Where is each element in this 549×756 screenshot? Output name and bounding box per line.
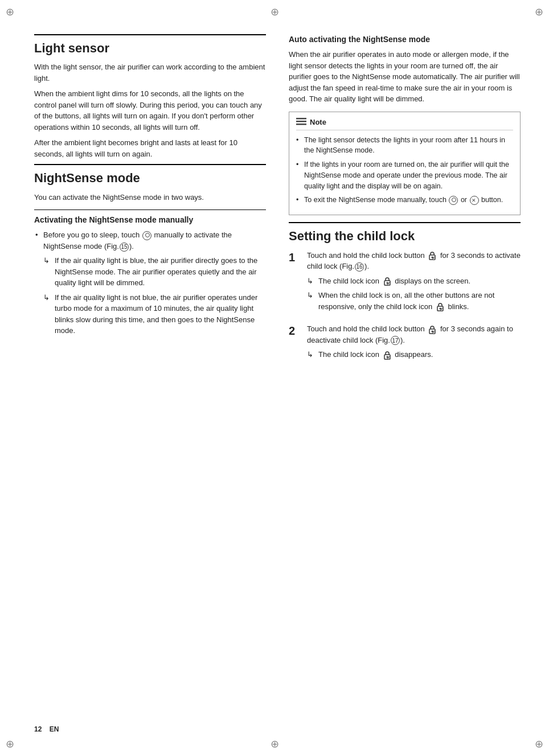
step-2-content: Touch and hold the child lock button for… bbox=[307, 323, 521, 364]
nightsense-title: NightSense mode bbox=[34, 164, 266, 186]
reg-mark-bc: ⊕ bbox=[271, 738, 279, 750]
auto-activating-para: When the air purifier operates in auto m… bbox=[289, 49, 521, 105]
childlock-icon-step2 bbox=[427, 324, 437, 335]
page-lang: EN bbox=[50, 725, 59, 733]
note-item3: To exit the NightSense mode manually, to… bbox=[296, 195, 513, 206]
fig-17-ref: 17 bbox=[391, 336, 400, 345]
step1-text: Touch and hold the child lock button bbox=[307, 251, 425, 260]
note-item3-end: button. bbox=[481, 196, 503, 204]
step1-sub1: The child lock icon bbox=[307, 276, 521, 287]
reg-mark-tl: ⊕ bbox=[6, 6, 14, 18]
nightsense-intro: You can activate the NightSense mode in … bbox=[34, 192, 266, 203]
main-columns: Light sensor With the light sensor, the … bbox=[0, 23, 549, 383]
light-sensor-title: Light sensor bbox=[34, 34, 266, 56]
step1-sub2: When the child lock is on, all the other… bbox=[307, 290, 521, 312]
page-number: 12 bbox=[34, 725, 42, 733]
fig-15-ref: 15 bbox=[120, 243, 129, 252]
step2-sub1: The child lock icon bbox=[307, 349, 521, 360]
step-2: 2 Touch and hold the child lock button bbox=[289, 323, 521, 364]
child-lock-title: Setting the child lock bbox=[289, 222, 521, 244]
auto-activating-subtitle: Auto activating the NightSense mode bbox=[289, 34, 521, 44]
stop-icon-note bbox=[470, 196, 479, 205]
light-sensor-para3: After the ambient light becomes bright a… bbox=[34, 137, 266, 159]
childlock-icon-step1-sub2 bbox=[435, 302, 445, 312]
light-sensor-para2: When the ambient light dims for 10 secon… bbox=[34, 88, 266, 133]
step2-subitems: The child lock icon bbox=[307, 349, 521, 360]
note-header: Note bbox=[296, 118, 513, 130]
step2-text: Touch and hold the child lock button bbox=[307, 324, 425, 333]
left-column: Light sensor With the light sensor, the … bbox=[34, 34, 266, 372]
step-1-number: 1 bbox=[289, 250, 301, 316]
child-lock-section: Setting the child lock 1 Touch and hold … bbox=[289, 222, 521, 364]
note-box: Note The light sensor detects the lights… bbox=[289, 112, 521, 216]
svg-rect-1 bbox=[296, 121, 306, 122]
childlock-icon-step1 bbox=[427, 250, 437, 261]
nightsense-bullet1-end: ). bbox=[129, 242, 134, 250]
nightsense-sub1: If the air quality light is blue, the ai… bbox=[43, 255, 266, 289]
svg-rect-0 bbox=[296, 118, 306, 120]
note-list: The light sensor detects the lights in y… bbox=[296, 135, 513, 206]
nightsense-bullet1-text: Before you go to sleep, touch bbox=[43, 231, 140, 239]
step-1: 1 Touch and hold the child lock button bbox=[289, 250, 521, 316]
reg-mark-tc: ⊕ bbox=[271, 6, 279, 18]
fig-16-ref: 16 bbox=[355, 262, 364, 272]
step-1-content: Touch and hold the child lock button bbox=[307, 250, 521, 316]
note-item2: If the lights in your room are turned on… bbox=[296, 159, 513, 191]
step2-end: ). bbox=[400, 336, 405, 344]
note-lines-icon bbox=[296, 118, 306, 126]
right-column: Auto activating the NightSense mode When… bbox=[289, 34, 521, 372]
nightsense-manual-item1: Before you go to sleep, touch manually t… bbox=[34, 229, 266, 336]
nightsense-section: NightSense mode You can activate the Nig… bbox=[34, 164, 266, 336]
light-sensor-section: Light sensor With the light sensor, the … bbox=[34, 34, 266, 159]
nightsense-icon-note bbox=[449, 196, 458, 205]
note-item1: The light sensor detects the lights in y… bbox=[296, 135, 513, 157]
childlock-icon-step1-sub1 bbox=[382, 276, 392, 286]
page: ⊕ ⊕ ⊕ ⊕ ⊕ ⊕ Light sensor With the light … bbox=[0, 0, 549, 756]
step1-subitems: The child lock icon bbox=[307, 276, 521, 313]
nightsense-icon bbox=[142, 231, 151, 240]
activating-manually-subtitle: Activating the NightSense mode manually bbox=[34, 209, 266, 225]
reg-mark-tr: ⊕ bbox=[535, 6, 543, 18]
note-item3-or: or bbox=[461, 196, 467, 204]
note-label: Note bbox=[310, 118, 326, 126]
svg-rect-2 bbox=[296, 124, 306, 125]
step1-end: ). bbox=[364, 262, 369, 270]
nightsense-sub2: If the air quality light is not blue, th… bbox=[43, 292, 266, 336]
auto-activating-section: Auto activating the NightSense mode When… bbox=[289, 34, 521, 105]
childlock-icon-step2-sub1 bbox=[382, 350, 392, 360]
nightsense-manual-list: Before you go to sleep, touch manually t… bbox=[34, 229, 266, 336]
step-2-number: 2 bbox=[289, 323, 301, 364]
page-footer: 12 EN bbox=[34, 725, 59, 733]
light-sensor-para1: With the light sensor, the air purifier … bbox=[34, 61, 266, 84]
nightsense-manual-subitems: If the air quality light is blue, the ai… bbox=[43, 255, 266, 336]
reg-mark-br: ⊕ bbox=[535, 738, 543, 750]
reg-mark-bl: ⊕ bbox=[6, 738, 14, 750]
